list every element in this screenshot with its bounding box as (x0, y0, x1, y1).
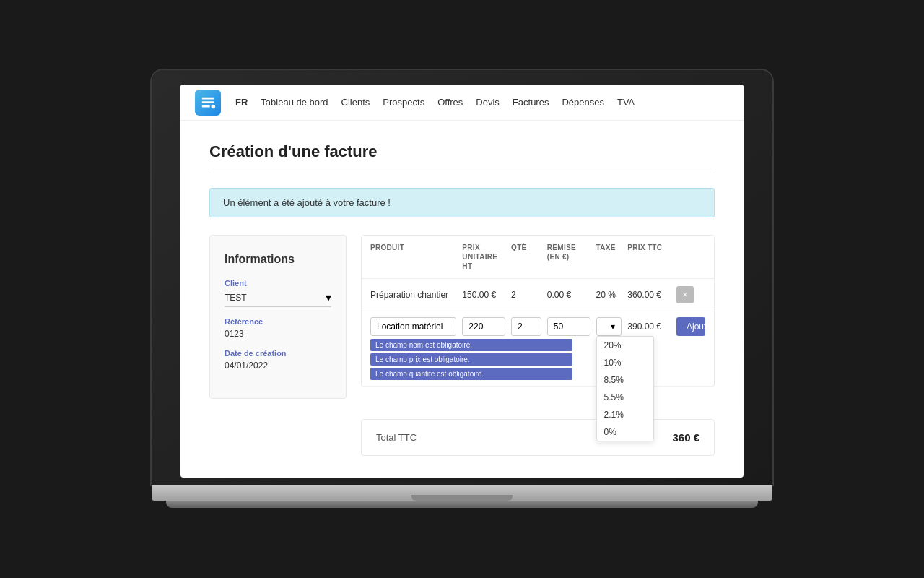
reference-value: 0123 (225, 329, 331, 339)
row1-price-ht: 150.00 € (462, 290, 505, 300)
option-10[interactable]: 10% (597, 354, 653, 371)
option-20[interactable]: 20% (597, 337, 653, 354)
th-price-ttc: PRIX TTC (627, 243, 671, 271)
error-quantite: Le champ quantite est obligatoire. (370, 368, 572, 380)
main-nav: FR Tableau de bord Clients Prospects Off… (180, 85, 744, 121)
th-action (676, 243, 705, 271)
laptop-base (152, 485, 772, 501)
new-row-inputs: ▾ 20% 10% 8.5% 5.5% 2.1% (362, 311, 714, 336)
nav-factures[interactable]: Factures (513, 97, 549, 108)
row1-remise: 0.00 € (547, 290, 590, 300)
info-panel: Informations Client TEST ▾ Référence 012… (209, 235, 346, 399)
nav-devis[interactable]: Devis (476, 97, 500, 108)
option-2-1[interactable]: 2.1% (597, 406, 653, 423)
th-qty: QTÉ (511, 243, 541, 271)
th-remise: REMISE (EN €) (547, 243, 590, 271)
reference-label: Référence (225, 317, 331, 326)
page-content: Création d'une facture Un élément a été … (180, 121, 744, 478)
laptop-bottom (166, 501, 758, 508)
price-input[interactable] (462, 317, 505, 336)
table-header: PRODUIT PRIX UNITAIRE HT QTÉ REMISE (EN … (362, 236, 714, 279)
add-button[interactable]: Ajouter (676, 317, 705, 336)
total-bar: Total TTC 360 € (361, 419, 715, 456)
new-row-price-ttc: 390.00 € (627, 322, 671, 332)
table-row: Préparation chantier 150.00 € 2 0.00 € 2… (362, 279, 714, 311)
option-0[interactable]: 0% (597, 423, 653, 441)
error-nom: Le champ nom est obligatoire. (370, 339, 572, 351)
date-value: 04/01/2022 (225, 361, 331, 371)
divider (209, 173, 715, 173)
error-prix: Le champ prix est obligatoire. (370, 353, 572, 366)
nav-dashboard[interactable]: Tableau de bord (261, 97, 328, 108)
svg-rect-0 (202, 97, 214, 99)
option-5-5[interactable]: 5.5% (597, 389, 653, 406)
svg-rect-1 (202, 101, 214, 103)
screen: FR Tableau de bord Clients Prospects Off… (180, 85, 744, 478)
info-heading: Informations (225, 253, 331, 266)
nav-tva[interactable]: TVA (617, 97, 635, 108)
main-layout: Informations Client TEST ▾ Référence 012… (209, 235, 715, 399)
row1-product: Préparation chantier (370, 290, 456, 300)
chevron-down-icon: ▾ (611, 322, 615, 332)
row1-qty: 2 (511, 290, 541, 300)
laptop-frame: FR Tableau de bord Clients Prospects Off… (152, 70, 772, 508)
nav-lang[interactable]: FR (235, 97, 248, 108)
taxe-dropdown-cell: ▾ 20% 10% 8.5% 5.5% 2.1% (596, 317, 622, 336)
remise-input[interactable] (547, 317, 590, 336)
client-field: Client TEST ▾ (225, 279, 331, 307)
svg-point-3 (212, 104, 216, 108)
taxe-dropdown[interactable]: ▾ (596, 317, 622, 336)
th-product: PRODUIT (370, 243, 456, 271)
nav-offres[interactable]: Offres (437, 97, 463, 108)
alert-message: Un élément a été ajouté à votre facture … (223, 197, 391, 208)
new-row-wrapper: ▾ 20% 10% 8.5% 5.5% 2.1% (362, 311, 714, 387)
svg-rect-2 (202, 105, 210, 107)
date-label: Date de création (225, 349, 331, 358)
client-label: Client (225, 279, 331, 288)
invoice-panel: PRODUIT PRIX UNITAIRE HT QTÉ REMISE (EN … (361, 235, 715, 387)
total-value: 360 € (672, 431, 699, 444)
nav-items: FR Tableau de bord Clients Prospects Off… (235, 97, 635, 108)
row1-taxe: 20 % (596, 290, 622, 300)
app-logo (195, 90, 221, 116)
th-price-ht: PRIX UNITAIRE HT (462, 243, 505, 271)
taxe-dropdown-menu: 20% 10% 8.5% 5.5% 2.1% 0% (596, 336, 654, 441)
date-field: Date de création 04/01/2022 (225, 349, 331, 371)
product-input[interactable] (370, 317, 456, 336)
validation-errors: Le champ nom est obligatoire. Le champ p… (362, 336, 714, 386)
chevron-down-icon: ▾ (326, 290, 331, 304)
client-select[interactable]: TEST ▾ (225, 290, 331, 307)
row1-price-ttc: 360.00 € (627, 290, 671, 300)
qty-input[interactable] (511, 317, 541, 336)
page-title: Création d'une facture (209, 142, 715, 161)
alert-banner: Un élément a été ajouté à votre facture … (209, 188, 715, 217)
nav-depenses[interactable]: Dépenses (562, 97, 604, 108)
nav-clients[interactable]: Clients (341, 97, 370, 108)
total-label: Total TTC (376, 432, 417, 443)
client-value: TEST (225, 293, 247, 303)
screen-bezel: FR Tableau de bord Clients Prospects Off… (152, 70, 772, 485)
option-8-5[interactable]: 8.5% (597, 371, 653, 389)
delete-row1-button[interactable]: × (676, 286, 694, 303)
th-taxe: TAXE (596, 243, 622, 271)
reference-field: Référence 0123 (225, 317, 331, 339)
nav-prospects[interactable]: Prospects (383, 97, 424, 108)
